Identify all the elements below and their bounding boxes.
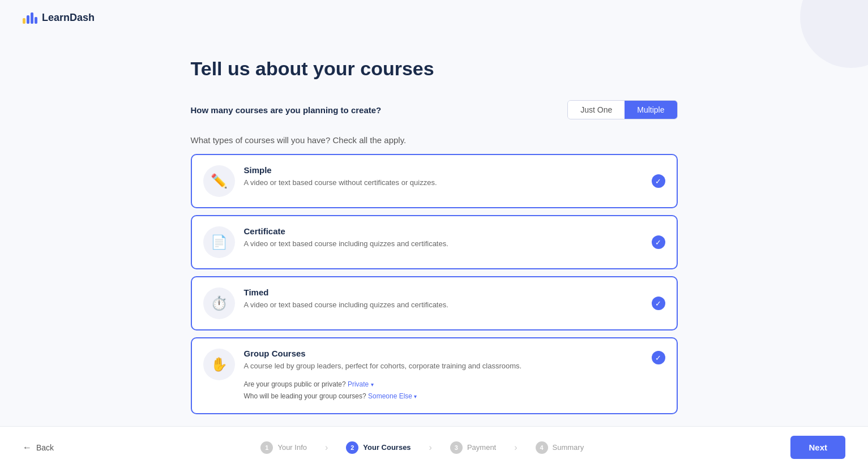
certificate-check: ✓: [652, 235, 665, 249]
group-card[interactable]: ✋ Group Courses A course led by group le…: [191, 337, 678, 414]
simple-check: ✓: [652, 174, 665, 188]
page-title: Tell us about your courses: [191, 58, 678, 80]
question-1-row: How many courses are you planning to cre…: [191, 100, 678, 119]
step-4-number: 4: [536, 441, 548, 454]
logo-bar-4: [35, 17, 37, 24]
simple-icon: ✏️: [203, 165, 235, 197]
step-2: 2 Your Courses: [346, 441, 411, 454]
step-3-number: 3: [450, 441, 463, 454]
step-1-label: Your Info: [277, 443, 307, 452]
timed-content: Timed A video or text based course inclu…: [244, 287, 665, 311]
certificate-card[interactable]: 📄 Certificate A video or text based cour…: [191, 215, 678, 269]
step-2-number: 2: [346, 441, 358, 454]
simple-content: Simple A video or text based course with…: [244, 165, 665, 188]
step-1-number: 1: [260, 441, 273, 454]
logo: LearnDash: [23, 11, 95, 24]
step-1: 1 Your Info: [260, 441, 307, 454]
back-button[interactable]: ← Back: [23, 443, 54, 453]
step-2-label: Your Courses: [363, 443, 411, 452]
course-cards-list: ✏️ Simple A video or text based course w…: [191, 154, 678, 414]
step-3: 3 Payment: [450, 441, 496, 454]
question-1-label: How many courses are you planning to cre…: [191, 105, 382, 115]
main-content: Tell us about your courses How many cour…: [179, 35, 689, 468]
step-4: 4 Summary: [536, 441, 584, 454]
step-3-label: Payment: [467, 443, 496, 452]
step-divider-2: ›: [429, 443, 432, 453]
logo-bar-3: [31, 12, 33, 24]
step-divider-3: ›: [514, 443, 517, 453]
timed-icon: ⏱️: [203, 287, 235, 319]
course-count-toggle: Just One Multiple: [567, 100, 677, 119]
group-title: Group Courses: [244, 349, 665, 358]
step-divider-1: ›: [325, 443, 328, 453]
step-4-label: Summary: [553, 443, 584, 452]
certificate-icon: 📄: [203, 226, 235, 258]
group-check: ✓: [652, 351, 665, 364]
next-button[interactable]: Next: [790, 436, 845, 459]
leader-dropdown-arrow: ▾: [414, 393, 417, 400]
logo-text: LearnDash: [42, 12, 95, 24]
logo-bar-1: [23, 18, 25, 24]
simple-desc: A video or text based course without cer…: [244, 177, 665, 188]
header: LearnDash: [0, 0, 868, 35]
footer: ← Back 1 Your Info › 2 Your Courses › 3 …: [0, 426, 868, 468]
question-2-label: What types of courses will you have? Che…: [191, 135, 678, 145]
multiple-button[interactable]: Multiple: [625, 101, 677, 119]
group-content: Group Courses A course led by group lead…: [244, 349, 665, 403]
group-private-link[interactable]: Private: [348, 380, 369, 388]
group-public-question: Are your groups public or private? Priva…: [244, 379, 665, 391]
back-arrow-icon: ←: [23, 443, 32, 453]
private-dropdown-arrow: ▾: [371, 381, 374, 388]
timed-desc: A video or text based course including q…: [244, 299, 665, 311]
simple-title: Simple: [244, 165, 665, 175]
group-icon: ✋: [203, 349, 235, 380]
decorative-circle: [800, 0, 868, 68]
certificate-title: Certificate: [244, 226, 665, 236]
timed-title: Timed: [244, 287, 665, 297]
simple-card[interactable]: ✏️ Simple A video or text based course w…: [191, 154, 678, 208]
group-leader-link[interactable]: Someone Else: [368, 392, 412, 400]
group-extra: Are your groups public or private? Priva…: [244, 379, 665, 403]
just-one-button[interactable]: Just One: [568, 101, 625, 119]
certificate-desc: A video or text based course including q…: [244, 238, 665, 250]
back-label: Back: [36, 443, 54, 452]
group-leader-question: Who will be leading your group courses? …: [244, 390, 665, 403]
logo-bar-2: [27, 15, 29, 24]
timed-card[interactable]: ⏱️ Timed A video or text based course in…: [191, 276, 678, 330]
certificate-content: Certificate A video or text based course…: [244, 226, 665, 250]
logo-icon: [23, 11, 37, 24]
timed-check: ✓: [652, 297, 665, 310]
steps-indicator: 1 Your Info › 2 Your Courses › 3 Payment…: [260, 441, 584, 454]
group-desc: A course led by group leaders, perfect f…: [244, 360, 665, 372]
